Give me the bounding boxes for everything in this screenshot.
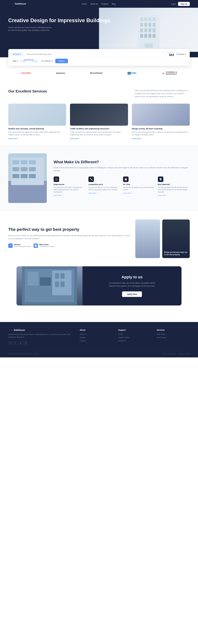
footer-link-how-it-works[interactable]: How it Works bbox=[157, 336, 190, 338]
nav-blog[interactable]: Blog bbox=[112, 3, 115, 5]
rooms-select[interactable]: 2 Rooms ▾ bbox=[41, 60, 54, 62]
apply-content: Apply to us It is important to take care… bbox=[83, 266, 182, 306]
feature-name-2: competitive price bbox=[89, 184, 120, 186]
search-divider2 bbox=[39, 59, 39, 63]
logo-text: SaleHouse bbox=[15, 2, 26, 5]
brand-wework: wework bbox=[56, 72, 65, 74]
property-feature-desc-1: Smart real estate service bbox=[14, 246, 31, 247]
svg-rect-36 bbox=[61, 273, 65, 279]
services-header: Our Excellent Services Check out our bes… bbox=[8, 89, 190, 98]
social-twitter[interactable]: 𝕏 bbox=[13, 341, 17, 345]
feature-card-2: ✏️ competitive price The price we offer … bbox=[89, 176, 120, 196]
logo-icon: ⟋⟋ bbox=[8, 2, 14, 6]
feature-name-4: Best Materials bbox=[158, 184, 190, 186]
apply-image bbox=[16, 266, 83, 306]
svg-rect-21 bbox=[12, 160, 19, 164]
property-feature-name-2: More saver bbox=[39, 244, 54, 246]
currency-select[interactable]: USD ▾ bbox=[11, 60, 19, 62]
hero-content: Creative Design for Impressive Buildings… bbox=[8, 16, 190, 36]
learn-more-2[interactable]: Learn more → bbox=[70, 138, 81, 140]
search-button[interactable]: Search bbox=[55, 59, 68, 63]
nav-about[interactable]: About Us bbox=[90, 3, 98, 5]
footer-link-support-center[interactable]: Support Center bbox=[118, 336, 151, 338]
property-title: The perfect way to get best property bbox=[8, 227, 130, 232]
footer-link-contact[interactable]: Contact Us bbox=[118, 340, 151, 342]
different-inner: What Make Us Different? Check out our be… bbox=[8, 153, 190, 203]
service-desc-1: New construction and expansion of roads,… bbox=[8, 131, 66, 136]
brands-bar: JACOBS wework Brookfield H HDIL ▲ CUSHMA… bbox=[0, 66, 198, 81]
social-instagram[interactable]: ◎ bbox=[19, 341, 22, 345]
feature-card-1: 💼 Experienced Our experience of 25 years… bbox=[54, 176, 86, 196]
service-image-1 bbox=[8, 104, 66, 126]
services-grid: Studies and concepts, overall planning N… bbox=[8, 104, 190, 140]
login-button[interactable]: Log In bbox=[171, 3, 176, 5]
brand-jacobs: JACOBS bbox=[21, 72, 31, 74]
search-box: Rent ▾ Properties 563 House ▾ USD ▾ $ 1,… bbox=[8, 49, 190, 66]
footer-col-services-title: Services bbox=[157, 329, 190, 331]
services-desc: Check out our best service you can possi… bbox=[135, 89, 190, 98]
feature-link-3[interactable]: Learn more → bbox=[123, 192, 133, 194]
type-select[interactable]: House ▾ bbox=[176, 53, 187, 55]
feature-link-1[interactable]: Learn more → bbox=[54, 194, 63, 196]
logo: ⟋⟋ SaleHouse bbox=[8, 2, 26, 6]
feature-icon-2: ✏️ bbox=[89, 176, 94, 182]
footer-link-faqs[interactable]: FAQS bbox=[118, 333, 151, 335]
svg-rect-25 bbox=[21, 167, 27, 171]
range-labels: $ 1,000 $ 12,000 bbox=[21, 61, 37, 62]
signup-button[interactable]: Sign Up bbox=[178, 2, 190, 6]
rent-tab[interactable]: Rent ▾ bbox=[11, 52, 23, 56]
svg-rect-24 bbox=[12, 167, 19, 171]
nav-home[interactable]: Home bbox=[82, 3, 87, 5]
different-content: What Make Us Different? Check out our be… bbox=[54, 160, 190, 196]
service-card-3: Design survey, 3D laser scanning We are … bbox=[132, 104, 190, 140]
footer-link-product[interactable]: Product bbox=[80, 336, 113, 338]
footer-terms[interactable]: Terms & Conditions bbox=[163, 353, 176, 355]
feature-card-4: 🛡️ Best Materials The material determine… bbox=[158, 176, 190, 196]
footer-link-features[interactable]: Features bbox=[80, 340, 113, 342]
property-feature-icon-2: 📈 bbox=[34, 244, 38, 248]
rent-tab-chevron: ▾ bbox=[20, 53, 21, 55]
search-row1: Rent ▾ Properties 563 House ▾ bbox=[11, 52, 187, 57]
property-section: The perfect way to get best property Sin… bbox=[0, 211, 198, 266]
count-number: 563 bbox=[169, 53, 174, 57]
rooms-dot bbox=[42, 60, 43, 62]
range-max: $ 12,000 bbox=[32, 61, 37, 62]
svg-rect-35 bbox=[55, 273, 59, 279]
feature-text-4: The material determines the building its… bbox=[158, 186, 190, 193]
service-image-2 bbox=[70, 104, 128, 126]
svg-rect-27 bbox=[12, 174, 19, 178]
footer-privacy[interactable]: Privacy & Policy bbox=[179, 353, 190, 355]
feature-link-2[interactable]: Learn more → bbox=[89, 192, 98, 194]
price-range[interactable]: $ 1,000 $ 12,000 bbox=[21, 60, 37, 62]
nav-projects[interactable]: Projects bbox=[101, 3, 108, 5]
learn-more-1[interactable]: Learn more → bbox=[8, 138, 19, 140]
apply-wrapper: Apply to us It is important to take care… bbox=[0, 266, 198, 322]
rent-tab-dot bbox=[13, 54, 14, 55]
feature-icon-3: ⏰ bbox=[123, 176, 129, 182]
social-google[interactable]: G bbox=[8, 341, 12, 345]
footer-brand: ⟋⟋ SaleHouse Search and find your dream … bbox=[8, 329, 74, 345]
apply-now-button[interactable]: Apply Now bbox=[122, 292, 142, 297]
svg-rect-38 bbox=[61, 282, 65, 287]
apply-title: Apply to us bbox=[121, 275, 142, 279]
svg-rect-17 bbox=[144, 44, 153, 48]
footer-logo: ⟋⟋ SaleHouse bbox=[8, 329, 74, 331]
service-desc-2: Traffic concepts are a decisive factor o… bbox=[70, 131, 128, 136]
social-email[interactable]: ✉ bbox=[24, 341, 28, 345]
svg-rect-28 bbox=[21, 174, 27, 178]
location-input[interactable] bbox=[24, 52, 164, 56]
feature-name-1: Experienced bbox=[54, 184, 86, 186]
currency-chevron: ▾ bbox=[17, 60, 18, 62]
service-image-3 bbox=[132, 104, 190, 126]
footer-socials: G 𝕏 ◎ ✉ bbox=[8, 341, 74, 345]
rooms-chevron: ▾ bbox=[52, 60, 53, 62]
learn-more-3[interactable]: Learn more → bbox=[132, 138, 143, 140]
range-track bbox=[21, 60, 37, 60]
feature-card-3: ⏰ On Time We promise the quality of our … bbox=[123, 176, 155, 196]
footer-link-about-us[interactable]: About Us bbox=[80, 333, 113, 335]
footer-link-help-center[interactable]: Help Center bbox=[157, 333, 190, 335]
feature-link-4[interactable]: Learn more → bbox=[158, 194, 168, 196]
service-name-1: Studies and concepts, overall planning bbox=[8, 128, 66, 130]
different-section: What Make Us Different? Check out our be… bbox=[0, 145, 198, 211]
hero-subtitle: Search and find your dream house at affo… bbox=[8, 26, 52, 32]
